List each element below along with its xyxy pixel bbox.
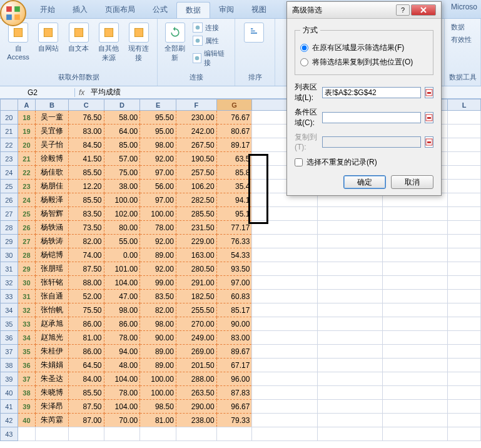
cell[interactable]: 58.00 [104,111,140,125]
ext-data-btn-2[interactable]: 自文本 [64,21,93,54]
row-header[interactable]: 28 [1,221,18,235]
cell-empty[interactable] [252,345,317,359]
cell[interactable]: 89.00 [140,359,176,372]
cell-empty[interactable] [317,359,382,372]
row-header[interactable]: 26 [1,193,18,207]
cell[interactable]: 104.00 [104,400,140,414]
cell[interactable]: 83.00 [68,125,104,138]
row-header[interactable]: 40 [1,386,18,400]
col-header-B[interactable]: B [36,99,69,111]
cell[interactable]: 徐毅博 [36,152,69,166]
criteria-range-ref-button[interactable] [425,112,433,123]
unique-records-checkbox[interactable] [295,158,303,166]
radio-filter-in-place[interactable] [300,44,308,52]
cell-empty[interactable] [448,331,481,345]
cell-empty[interactable] [176,427,216,441]
dialog-help-button[interactable]: ? [396,4,410,16]
cell[interactable]: 35 [18,345,36,359]
cell[interactable]: 78.00 [104,386,140,400]
cell[interactable]: 56.00 [140,180,176,193]
cell[interactable]: 87.83 [216,386,252,400]
cell[interactable]: 104.00 [104,276,140,290]
cell[interactable]: 29 [18,262,36,276]
cell[interactable]: 88.00 [68,276,104,290]
cell[interactable]: 291.00 [176,276,216,290]
cell[interactable]: 230.00 [176,111,216,125]
cell[interactable]: 杨轶涛 [36,235,69,248]
cell[interactable]: 57.00 [104,152,140,166]
cell[interactable]: 86.00 [68,345,104,359]
cell-empty[interactable] [317,386,382,400]
cell[interactable]: 249.00 [176,331,216,345]
cell-empty[interactable] [252,235,317,248]
tab-0[interactable]: 开始 [31,2,64,18]
cell-empty[interactable] [448,248,481,262]
cell[interactable]: 74.00 [68,248,104,262]
cell-empty[interactable] [317,303,382,317]
cell[interactable]: 85.17 [216,303,252,317]
cell[interactable]: 张自通 [36,290,69,303]
cell[interactable]: 80.00 [104,221,140,235]
cell[interactable]: 95.00 [140,125,176,138]
col-header-G[interactable]: G [216,99,252,111]
ext-data-btn-1[interactable]: 自网站 [34,21,63,54]
cell[interactable]: 98.00 [140,317,176,331]
cell-empty[interactable] [448,386,481,400]
cell-empty[interactable] [317,290,382,303]
cell[interactable]: 27 [18,235,36,248]
cell[interactable]: 85.8 [216,166,252,180]
cell[interactable]: 75.50 [68,303,104,317]
cell[interactable]: 39 [18,400,36,414]
cell[interactable]: 98.00 [140,138,176,152]
cell[interactable]: 95.1 [216,207,252,221]
cell[interactable]: 67.17 [216,359,252,372]
cell-empty[interactable] [448,400,481,414]
cell[interactable]: 87.00 [68,414,104,427]
conn-item-0[interactable]: 连接 [190,21,231,34]
select-all-corner[interactable] [1,99,18,111]
cell-empty[interactable] [252,386,317,400]
cell[interactable]: 82.00 [68,235,104,248]
cell[interactable]: 32 [18,303,36,317]
cell[interactable]: 104.00 [104,372,140,386]
cell[interactable]: 101.00 [104,262,140,276]
row-header[interactable]: 35 [1,317,18,331]
cell-empty[interactable] [317,427,382,441]
cell[interactable]: 182.50 [176,290,216,303]
cell-empty[interactable] [317,248,382,262]
cell[interactable]: 吴一童 [36,111,69,125]
fx-icon[interactable]: fx [75,88,88,97]
radio-copy-to[interactable] [300,58,308,66]
cell-empty[interactable] [448,138,481,152]
cell-empty[interactable] [448,276,481,290]
cell[interactable]: 106.20 [176,180,216,193]
cell[interactable]: 张轩铭 [36,276,69,290]
cell-empty[interactable] [382,400,447,414]
cell[interactable]: 100.00 [140,207,176,221]
cell[interactable]: 54.33 [216,248,252,262]
cell[interactable]: 288.00 [176,372,216,386]
cell-empty[interactable] [252,414,317,427]
cell-empty[interactable] [216,427,252,441]
row-header[interactable]: 39 [1,372,18,386]
cell-empty[interactable] [317,345,382,359]
cell-empty[interactable] [448,166,481,180]
cell[interactable]: 朱娟娟 [36,359,69,372]
cell[interactable]: 35.4 [216,180,252,193]
row-header[interactable]: 41 [1,400,18,414]
cell-empty[interactable] [252,207,317,221]
cell-empty[interactable] [18,427,36,441]
cell[interactable]: 张怡帆 [36,303,69,317]
cell-empty[interactable] [104,427,140,441]
cell[interactable]: 90.00 [140,331,176,345]
cell[interactable]: 93.50 [216,262,252,276]
cell[interactable]: 杨铠博 [36,248,69,262]
cell[interactable]: 朱桂伊 [36,345,69,359]
cell[interactable]: 270.00 [176,317,216,331]
cell[interactable]: 20 [18,138,36,152]
row-header[interactable]: 20 [1,111,18,125]
cell[interactable]: 朱圣达 [36,372,69,386]
cell[interactable]: 杨朋佳 [36,180,69,193]
ext-data-btn-3[interactable]: 自其他来源 [94,21,123,64]
cell[interactable]: 190.50 [176,152,216,166]
